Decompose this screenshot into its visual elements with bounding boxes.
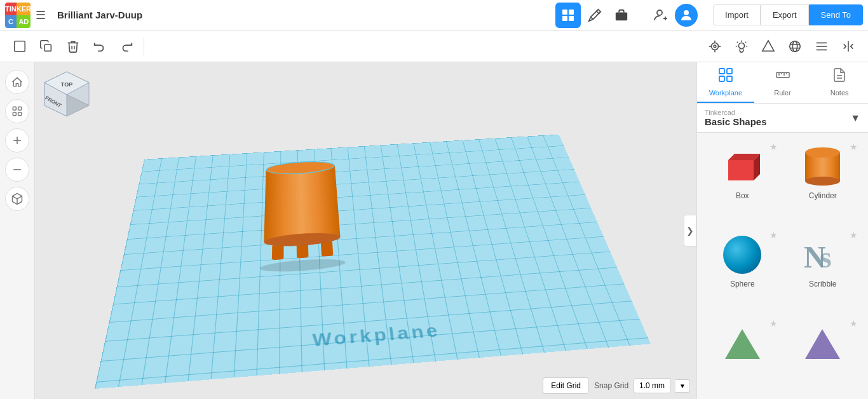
tab-ruler-label: Ruler	[774, 89, 790, 97]
collapse-panel-btn[interactable]: ❯	[684, 215, 696, 247]
toolbar-divider-1	[144, 37, 144, 55]
svg-point-23	[792, 41, 797, 51]
sphere-star[interactable]: ★	[770, 230, 778, 240]
svg-rect-43	[719, 69, 724, 74]
workplane-label: Workplane	[312, 320, 442, 351]
svg-text:s: s	[820, 240, 832, 274]
import-btn[interactable]: Import	[713, 4, 761, 25]
export-btn[interactable]: Export	[761, 4, 809, 25]
svg-point-5	[657, 10, 662, 15]
delete-btn[interactable]	[61, 34, 85, 58]
svg-point-22	[790, 41, 801, 51]
workplane-grid: Workplane	[95, 135, 651, 389]
shape-box-item[interactable]: ★ Box	[702, 138, 783, 226]
sphere-visual	[717, 233, 768, 277]
viewport[interactable]: TOP FRONT Workplane	[35, 62, 696, 399]
category-name: Basic Shapes	[705, 116, 767, 127]
send-to-btn[interactable]: Send To	[809, 4, 863, 25]
svg-rect-30	[13, 112, 16, 116]
svg-rect-7	[15, 41, 25, 51]
svg-line-19	[745, 41, 746, 42]
tab-notes[interactable]: Notes	[811, 62, 868, 103]
svg-marker-59	[725, 329, 760, 359]
align-btn[interactable]	[810, 34, 834, 58]
svg-rect-31	[18, 112, 22, 116]
ruler-tab-icon	[775, 67, 790, 86]
snap-grid-bar: Edit Grid Snap Grid 1.0 mm ▼	[543, 377, 690, 394]
shapes-grid: ★ Box	[697, 133, 868, 399]
redo-btn[interactable]	[114, 34, 139, 58]
svg-rect-28	[13, 107, 16, 110]
cylinder-label: Cylinder	[809, 191, 837, 200]
category-selector[interactable]: Tinkercad Basic Shapes ▼	[697, 104, 868, 133]
scribble-label: Scribble	[809, 280, 836, 288]
group-btn[interactable]	[783, 34, 807, 58]
tab-ruler[interactable]: Ruler	[754, 62, 811, 103]
shape6-star[interactable]: ★	[850, 318, 858, 328]
shape-cylinder-item[interactable]: ★ Cylinder	[783, 138, 864, 226]
zoom-out-nav-btn[interactable]	[5, 158, 29, 182]
view-mode-icons	[555, 3, 634, 28]
leftnav	[0, 62, 35, 399]
view-cube-nav-btn[interactable]	[5, 187, 29, 211]
shape-sphere-item[interactable]: ★ Sphere	[702, 226, 783, 314]
shape-5-item[interactable]: ★	[702, 314, 783, 394]
zoom-in-nav-btn[interactable]	[5, 128, 29, 152]
category-dropdown-icon[interactable]: ▼	[850, 112, 860, 124]
shape-6-item[interactable]: ★	[783, 314, 864, 394]
add-user-btn[interactable]	[649, 4, 672, 27]
svg-rect-0	[562, 10, 567, 15]
camera-btn[interactable]	[703, 34, 727, 58]
home-nav-btn[interactable]	[5, 70, 29, 94]
cylinder-object[interactable]	[259, 159, 346, 274]
new-workplane-btn[interactable]	[8, 34, 32, 58]
user-avatar-btn[interactable]	[675, 4, 698, 27]
logo-ker: KER	[17, 3, 31, 15]
workplane: Workplane	[95, 135, 651, 389]
tab-workplane-label: Workplane	[709, 89, 742, 97]
tinkercad-logo[interactable]: TIN KER C AD	[5, 3, 31, 28]
grid-view-btn[interactable]	[555, 3, 581, 28]
cylinder-star[interactable]: ★	[850, 142, 858, 152]
copy-btn[interactable]	[34, 34, 58, 58]
hammer-btn[interactable]	[582, 3, 607, 28]
workplane-tab-icon	[718, 67, 733, 86]
svg-rect-3	[569, 16, 574, 21]
shape5-visual	[717, 321, 768, 365]
notes-tab-icon	[832, 67, 847, 86]
orientation-cube[interactable]: TOP FRONT	[41, 69, 92, 119]
edit-grid-btn[interactable]: Edit Grid	[543, 377, 589, 394]
svg-rect-4	[616, 12, 627, 20]
topbar: TIN KER C AD ☰ Brilliant Jarv-Duup	[0, 0, 868, 30]
svg-rect-44	[727, 69, 732, 74]
logo-ad: AD	[17, 15, 31, 28]
tab-workplane[interactable]: Workplane	[697, 62, 754, 103]
view-tools	[703, 34, 860, 58]
tab-notes-label: Notes	[831, 89, 849, 97]
svg-point-9	[712, 43, 719, 50]
svg-rect-46	[727, 76, 732, 81]
category-provider: Tinkercad	[705, 109, 767, 116]
svg-rect-2	[562, 16, 567, 21]
shape5-star[interactable]: ★	[770, 318, 778, 328]
snap-grid-value: 1.0 mm	[634, 378, 670, 393]
fit-nav-btn[interactable]	[5, 99, 29, 123]
suitcase-btn[interactable]	[609, 3, 634, 28]
mirror-btn[interactable]	[836, 34, 860, 58]
undo-btn[interactable]	[88, 34, 112, 58]
light-btn[interactable]	[729, 34, 754, 58]
svg-point-15	[738, 43, 744, 48]
leg-3	[320, 241, 332, 257]
menu-icon[interactable]: ☰	[36, 8, 46, 22]
scribble-star[interactable]: ★	[850, 230, 858, 240]
shape-toggle-btn[interactable]	[756, 34, 780, 58]
shape-scribble-item[interactable]: ★ N s Scribble	[783, 226, 864, 314]
box-visual	[717, 144, 768, 189]
shape6-visual	[797, 321, 848, 365]
snap-grid-label: Snap Grid	[594, 381, 628, 390]
toolbar	[0, 30, 868, 62]
snap-grid-dropdown[interactable]: ▼	[675, 379, 690, 393]
svg-rect-45	[719, 76, 724, 81]
project-name[interactable]: Brilliant Jarv-Duup	[57, 10, 142, 20]
box-star[interactable]: ★	[770, 142, 778, 152]
